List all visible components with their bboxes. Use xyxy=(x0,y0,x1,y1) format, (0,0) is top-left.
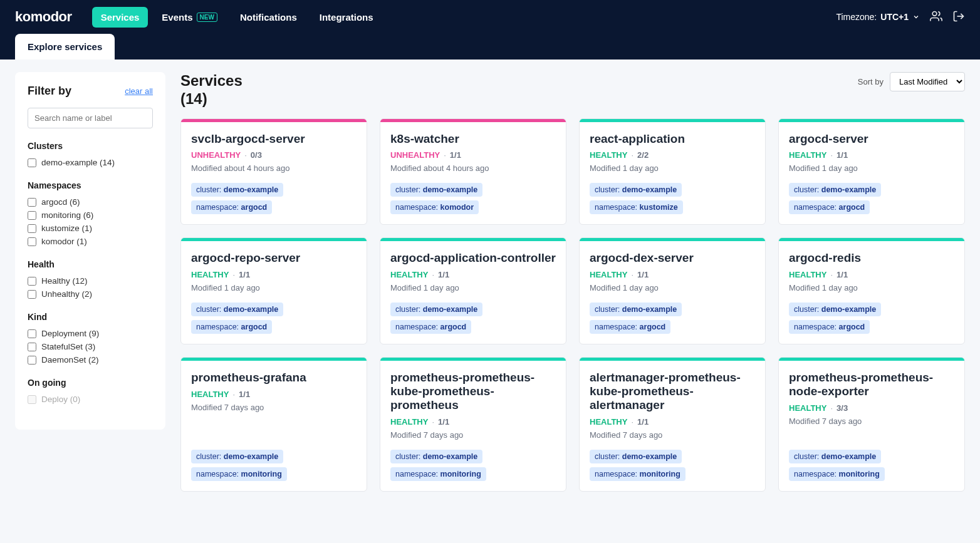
service-card[interactable]: argocd-repo-serverHEALTHY·1/1Modified 1 … xyxy=(180,237,367,344)
svg-point-0 xyxy=(932,11,937,16)
service-card[interactable]: prometheus-prometheus-kube-prometheus-pr… xyxy=(380,357,566,492)
nav-item-integrations[interactable]: Integrations xyxy=(311,7,382,28)
logo[interactable]: komodor xyxy=(15,9,72,25)
filter-item[interactable]: Unhealthy (2) xyxy=(28,287,153,301)
filter-checkbox[interactable] xyxy=(28,237,36,246)
clear-all-link[interactable]: clear all xyxy=(125,86,153,96)
filter-checkbox xyxy=(28,395,36,404)
card-body: argocd-application-controllerHEALTHY·1/1… xyxy=(380,241,566,344)
filter-item-label: demo-example (14) xyxy=(41,158,115,167)
main-nav: ServicesEventsNEWNotificationsIntegratio… xyxy=(92,7,382,28)
service-card[interactable]: prometheus-grafanaHEALTHY·1/1Modified 7 … xyxy=(180,357,367,492)
filter-checkbox[interactable] xyxy=(28,356,36,365)
card-status: HEALTHY·1/1 xyxy=(191,390,357,399)
card-title: k8s-watcher xyxy=(390,132,556,146)
service-card[interactable]: svclb-argocd-serverUNHEALTHY·0/3Modified… xyxy=(180,118,367,225)
page-title-text: Services xyxy=(180,72,242,89)
tag-namespace: namespace: argocd xyxy=(789,320,870,334)
tag-namespace: namespace: monitoring xyxy=(789,467,885,481)
service-card[interactable]: argocd-serverHEALTHY·1/1Modified 1 day a… xyxy=(778,118,965,225)
status-sep: · xyxy=(631,150,633,160)
sort-select[interactable]: Last Modified xyxy=(890,72,965,91)
service-card[interactable]: alertmanager-prometheus-kube-prometheus-… xyxy=(579,357,766,492)
logout-icon[interactable] xyxy=(952,10,965,24)
filter-checkbox[interactable] xyxy=(28,290,36,299)
filter-item[interactable]: Healthy (12) xyxy=(28,274,153,287)
replicas-text: 1/1 xyxy=(450,150,461,160)
replicas-text: 1/1 xyxy=(637,417,649,427)
service-card[interactable]: argocd-application-controllerHEALTHY·1/1… xyxy=(380,237,566,344)
team-icon[interactable] xyxy=(930,10,942,24)
status-text: UNHEALTHY xyxy=(390,150,440,160)
filter-item[interactable]: argocd (6) xyxy=(28,195,153,209)
main-head: Services (14) Sort by Last Modified xyxy=(180,72,965,108)
filter-item-label: Healthy (12) xyxy=(41,276,88,286)
tag-cluster: cluster: demo-example xyxy=(390,183,482,197)
filter-group-namespaces: Namespacesargocd (6)monitoring (6)kustom… xyxy=(28,180,153,248)
filter-item-label: StatefulSet (3) xyxy=(41,342,95,351)
status-sep: · xyxy=(631,270,633,279)
tab-explore-services[interactable]: Explore services xyxy=(15,34,115,59)
nav-item-events[interactable]: EventsNEW xyxy=(153,7,226,28)
card-title: alertmanager-prometheus-kube-prometheus-… xyxy=(590,371,755,412)
filter-checkbox[interactable] xyxy=(28,343,36,351)
filter-item[interactable]: DaemonSet (2) xyxy=(28,353,153,366)
status-text: HEALTHY xyxy=(590,270,627,279)
status-text: HEALTHY xyxy=(789,270,826,279)
filter-item[interactable]: komodor (1) xyxy=(28,235,153,248)
filter-item[interactable]: demo-example (14) xyxy=(28,156,153,169)
service-card[interactable]: react-applicationHEALTHY·2/2Modified 1 d… xyxy=(579,118,766,225)
card-status: HEALTHY·1/1 xyxy=(390,417,556,427)
card-status: HEALTHY·1/1 xyxy=(191,270,357,279)
replicas-text: 1/1 xyxy=(438,270,449,279)
replicas-text: 0/3 xyxy=(251,150,262,160)
filter-checkbox[interactable] xyxy=(28,198,36,207)
filter-sidebar: Filter by clear all Clustersdemo-example… xyxy=(15,72,165,430)
status-text: HEALTHY xyxy=(789,150,826,160)
card-title: prometheus-prometheus-node-exporter xyxy=(789,371,954,398)
service-card[interactable]: argocd-dex-serverHEALTHY·1/1Modified 1 d… xyxy=(579,237,766,344)
card-modified: Modified 7 days ago xyxy=(191,403,357,412)
filter-checkbox[interactable] xyxy=(28,329,36,338)
card-modified: Modified 1 day ago xyxy=(590,283,755,292)
card-title: react-application xyxy=(590,132,755,146)
card-tags: cluster: demo-examplenamespace: argocd xyxy=(789,183,954,214)
status-sep: · xyxy=(830,403,833,413)
filter-group-title: Kind xyxy=(28,312,153,322)
status-sep: · xyxy=(444,150,446,160)
replicas-text: 1/1 xyxy=(837,150,848,160)
card-title: svclb-argocd-server xyxy=(191,132,357,146)
filter-search-input[interactable] xyxy=(28,108,153,128)
filter-checkbox[interactable] xyxy=(28,211,36,220)
status-sep: · xyxy=(232,270,235,279)
card-tags: cluster: demo-examplenamespace: monitori… xyxy=(590,450,755,481)
filter-checkbox[interactable] xyxy=(28,224,36,233)
filter-group-title: On going xyxy=(28,378,153,388)
filter-item[interactable]: Deployment (9) xyxy=(28,327,153,340)
card-status: HEALTHY·1/1 xyxy=(590,270,755,279)
status-sep: · xyxy=(631,417,633,427)
filter-checkbox[interactable] xyxy=(28,277,36,286)
service-card[interactable]: prometheus-prometheus-node-exporterHEALT… xyxy=(778,357,965,492)
card-modified: Modified 7 days ago xyxy=(789,416,954,426)
filter-group-on-going: On goingDeploy (0) xyxy=(28,378,153,406)
nav-item-notifications[interactable]: Notifications xyxy=(231,7,306,28)
card-tags: cluster: demo-examplenamespace: monitori… xyxy=(390,450,556,481)
filter-item[interactable]: monitoring (6) xyxy=(28,209,153,222)
sort-label: Sort by xyxy=(858,77,884,86)
service-card[interactable]: argocd-redisHEALTHY·1/1Modified 1 day ag… xyxy=(778,237,965,344)
card-status: HEALTHY·2/2 xyxy=(590,150,755,160)
service-card[interactable]: k8s-watcherUNHEALTHY·1/1Modified about 4… xyxy=(380,118,566,225)
card-title: argocd-repo-server xyxy=(191,251,357,265)
filter-checkbox[interactable] xyxy=(28,158,36,167)
status-text: UNHEALTHY xyxy=(191,150,241,160)
nav-item-services[interactable]: Services xyxy=(92,7,149,28)
status-sep: · xyxy=(830,150,833,160)
timezone-value: UTC+1 xyxy=(880,12,909,22)
filter-item[interactable]: StatefulSet (3) xyxy=(28,340,153,353)
timezone-selector[interactable]: Timezone: UTC+1 xyxy=(836,12,920,22)
card-body: prometheus-prometheus-node-exporterHEALT… xyxy=(779,361,964,491)
status-text: HEALTHY xyxy=(590,150,627,160)
tag-cluster: cluster: demo-example xyxy=(191,303,283,316)
filter-item[interactable]: kustomize (1) xyxy=(28,222,153,235)
